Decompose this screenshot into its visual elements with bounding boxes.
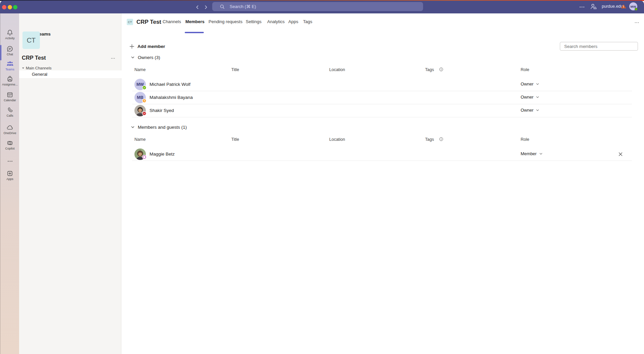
teams-icon: [6, 60, 14, 67]
bell-icon: [6, 29, 13, 36]
close-window-button[interactable]: [2, 5, 6, 9]
role-dropdown[interactable]: Owner: [521, 81, 539, 86]
tab-channels[interactable]: Channels: [163, 19, 181, 24]
members-content: Add member Owners (3)NameTitleLocationTa…: [121, 35, 644, 354]
member-row: Maggie BetzMember: [132, 148, 632, 161]
plus-icon: [129, 44, 134, 49]
member-avatar: MW: [134, 79, 146, 90]
rail-item-activity[interactable]: Activity: [0, 29, 19, 40]
member-row: MWMichael Patrick WolfOwner: [132, 78, 632, 91]
column-header-tags: Tags: [425, 67, 443, 72]
rail-item-label: Calls: [6, 114, 13, 117]
sidebar-item-general-channel[interactable]: General: [19, 70, 121, 78]
info-icon[interactable]: [439, 67, 443, 72]
team-header: CT CRP Test ChannelsMembersPending reque…: [121, 13, 644, 35]
tab-settings[interactable]: Settings: [246, 19, 261, 24]
teams-sidebar: All teams CT CRP Test Main Channels Gene…: [19, 13, 121, 354]
presence-oof-icon: [142, 155, 147, 161]
dd-chevron-icon: [539, 152, 543, 156]
dd-chevron-icon: [536, 82, 539, 86]
role-dropdown[interactable]: Owner: [521, 108, 539, 113]
page-title: CRP Test: [136, 19, 161, 25]
presence-busy-icon: [142, 111, 147, 117]
header-team-avatar-initials: CT: [128, 20, 132, 24]
rail-item-calendar[interactable]: Calendar: [0, 91, 19, 102]
channel-group-toggle[interactable]: Main Channels: [22, 66, 52, 70]
account-domain[interactable]: purdue.edu: [602, 4, 623, 9]
titlebar-more-icon[interactable]: [579, 4, 585, 10]
column-header-tags: Tags: [425, 137, 443, 142]
info-icon[interactable]: [439, 137, 443, 142]
chat-icon: [6, 45, 13, 52]
section-toggle-owners[interactable]: Owners (3): [131, 54, 160, 61]
rail-item-label: OneDrive: [3, 131, 16, 135]
column-header-role: Role: [521, 67, 529, 72]
rail-item-teams[interactable]: Teams: [0, 60, 19, 71]
rail-item-onedrive[interactable]: OneDrive: [0, 124, 19, 135]
sidebar-team-name: CRP Test: [22, 55, 46, 61]
section-toggle-members-and-guests[interactable]: Members and guests (1): [131, 124, 187, 130]
column-header-name: Name: [134, 137, 145, 142]
dd-chevron-icon: [536, 108, 539, 112]
tab-apps[interactable]: Apps: [288, 19, 298, 24]
column-header-location: Location: [329, 67, 345, 72]
user-avatar[interactable]: MW: [629, 2, 637, 10]
app-rail: ActivityChatTeamsAssignme...CalendarCall…: [0, 13, 19, 354]
zoom-window-button[interactable]: [13, 5, 17, 9]
invite-people-icon[interactable]: [589, 3, 597, 10]
team-avatar-initials: CT: [27, 37, 36, 44]
column-header-role: Role: [521, 137, 529, 142]
rail-item-copilot[interactable]: Copilot: [0, 139, 19, 150]
more-icon: [7, 158, 13, 165]
global-search-input[interactable]: Search (⌘ E): [212, 2, 423, 11]
tab-members[interactable]: Members: [185, 19, 204, 24]
rail-item-label: Apps: [6, 177, 13, 181]
rail-item-label: Chat: [7, 53, 13, 56]
role-value: Owner: [521, 108, 533, 113]
rail-item-assignme[interactable]: Assignme...: [0, 75, 19, 86]
section-title: Owners (3): [138, 55, 160, 60]
role-dropdown[interactable]: Owner: [521, 95, 539, 100]
cloud-icon: [6, 124, 14, 131]
backpack-icon: [6, 75, 13, 82]
nav-back-icon[interactable]: [193, 3, 201, 11]
account-warning-icon[interactable]: [621, 4, 626, 9]
dd-chevron-icon: [536, 95, 539, 99]
tab-pending-requests[interactable]: Pending requests: [209, 19, 242, 24]
remove-member-button[interactable]: [617, 151, 624, 158]
tab-analytics[interactable]: Analytics: [267, 19, 285, 24]
header-more-icon[interactable]: [633, 19, 640, 25]
rail-item-more[interactable]: [0, 158, 19, 165]
rail-item-chat[interactable]: Chat: [0, 45, 19, 56]
chevron-down-icon: [131, 55, 135, 59]
add-member-label: Add member: [137, 44, 165, 49]
rail-item-label: Activity: [5, 37, 15, 40]
role-dropdown[interactable]: Member: [521, 151, 543, 156]
rail-item-apps[interactable]: Apps: [0, 170, 19, 181]
presence-away-icon: [142, 99, 147, 104]
search-icon: [220, 4, 225, 9]
search-members-input[interactable]: [560, 42, 638, 51]
apps-icon: [6, 170, 13, 177]
section-title: Members and guests (1): [138, 125, 187, 130]
rail-item-calls[interactable]: Calls: [0, 106, 19, 117]
channel-group-label: Main Channels: [26, 66, 52, 70]
rail-item-label: Teams: [5, 68, 14, 71]
member-row: MBMahalakshmi BayanaOwner: [132, 91, 632, 104]
member-name: Shakir Syed: [150, 108, 174, 113]
nav-forward-icon[interactable]: [201, 3, 210, 11]
role-value: Owner: [521, 95, 533, 100]
active-tab-underline: [185, 32, 204, 33]
member-row: Shakir SyedOwner: [132, 104, 632, 117]
team-options-icon[interactable]: [109, 55, 117, 62]
calendar-icon: [6, 91, 13, 98]
minimize-window-button[interactable]: [8, 5, 12, 9]
role-value: Owner: [521, 81, 533, 86]
member-name: Maggie Betz: [150, 152, 175, 157]
column-header-title: Title: [231, 137, 239, 142]
tab-tags[interactable]: Tags: [303, 19, 312, 24]
rail-item-label: Copilot: [5, 147, 14, 150]
add-member-button[interactable]: Add member: [129, 42, 165, 51]
member-name: Michael Patrick Wolf: [150, 82, 190, 87]
team-avatar: CT: [22, 32, 40, 49]
